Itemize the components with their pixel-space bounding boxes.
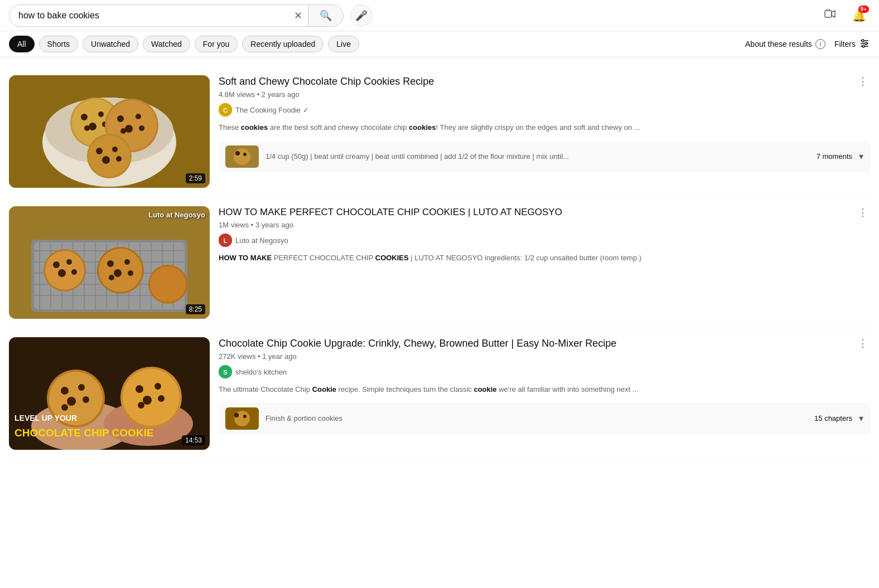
- svg-point-31: [102, 156, 110, 164]
- svg-point-65: [71, 269, 77, 275]
- filter-bar: All Shorts Unwatched Watched For you Rec…: [0, 31, 879, 57]
- svg-point-28: [89, 135, 130, 177]
- filter-chip-watched[interactable]: Watched: [143, 36, 190, 52]
- svg-point-88: [123, 369, 180, 426]
- channel-row: L Luto at Negosyo: [219, 234, 870, 247]
- svg-point-8: [865, 42, 867, 45]
- search-clear-button[interactable]: ✕: [288, 9, 308, 22]
- svg-point-62: [53, 261, 60, 268]
- svg-point-61: [45, 251, 84, 290]
- svg-point-101: [243, 415, 247, 418]
- svg-point-16: [98, 111, 104, 117]
- svg-marker-1: [832, 11, 835, 17]
- create-button[interactable]: [819, 4, 841, 27]
- svg-point-89: [136, 385, 143, 393]
- svg-point-90: [154, 383, 161, 390]
- chapters-text: Finish & portion cookies: [265, 414, 808, 422]
- channel-avatar: C: [219, 103, 232, 116]
- video-title-row: HOW TO MAKE PERFECT CHOCOLATE CHIP COOKI…: [219, 206, 870, 218]
- svg-point-93: [138, 402, 144, 409]
- result-item: Luto at Negosyo 8:25 HOW TO MAKE PERFECT…: [9, 197, 870, 328]
- svg-point-7: [862, 40, 864, 42]
- video-meta: 4.8M views • 2 years ago: [219, 90, 870, 99]
- video-description: HOW TO MAKE PERFECT CHOCOLATE CHIP COOKI…: [219, 252, 870, 264]
- filter-chip-shorts[interactable]: Shorts: [39, 36, 78, 52]
- moments-text: 1/4 cup (50g) | beat until creamy | beat…: [265, 152, 810, 161]
- moments-panel[interactable]: 1/4 cup (50g) | beat until creamy | beat…: [219, 141, 870, 172]
- video-duration: 2:59: [186, 173, 205, 183]
- video-info: Chocolate Chip Cookie Upgrade: Crinkly, …: [219, 337, 870, 450]
- svg-point-17: [89, 123, 96, 130]
- svg-point-32: [116, 156, 122, 162]
- video-thumbnail[interactable]: LEVEL UP YOUR CHOCOLATE CHIP COOKIE 14:5…: [9, 337, 210, 450]
- svg-point-26: [120, 128, 126, 134]
- svg-text:LEVEL UP YOUR: LEVEL UP YOUR: [15, 414, 77, 422]
- svg-point-84: [67, 397, 76, 406]
- video-thumbnail[interactable]: Luto at Negosyo 8:25: [9, 206, 210, 319]
- chapters-thumbnail: [225, 407, 259, 430]
- svg-text:L: L: [224, 237, 228, 244]
- svg-point-64: [58, 269, 66, 277]
- svg-point-24: [125, 125, 133, 133]
- video-title[interactable]: Soft and Chewy Chocolate Chip Cookies Re…: [219, 75, 856, 88]
- about-results-label: About these results: [745, 40, 812, 48]
- notifications-button[interactable]: 🔔 9+: [848, 4, 870, 27]
- video-title[interactable]: Chocolate Chip Cookie Upgrade: Crinkly, …: [219, 337, 856, 350]
- filter-chip-for-you[interactable]: For you: [195, 36, 238, 52]
- info-icon: i: [815, 39, 825, 49]
- svg-point-69: [124, 259, 130, 265]
- video-title[interactable]: HOW TO MAKE PERFECT CHOCOLATE CHIP COOKI…: [219, 206, 856, 218]
- svg-point-25: [139, 125, 144, 131]
- channel-row: S sheldo's kitchen: [219, 365, 870, 378]
- channel-avatar: L: [219, 234, 232, 247]
- moments-thumbnail: [225, 145, 259, 168]
- channel-name[interactable]: Luto at Negosyo: [235, 236, 288, 245]
- more-options-button[interactable]: ⋮: [856, 337, 870, 349]
- video-thumbnail[interactable]: 2:59: [9, 75, 210, 188]
- voice-search-button[interactable]: 🎤: [350, 4, 373, 27]
- more-options-button[interactable]: ⋮: [856, 206, 870, 218]
- video-description: These cookies are the best soft and chew…: [219, 122, 870, 133]
- svg-point-82: [61, 387, 69, 395]
- filter-chip-all[interactable]: All: [9, 36, 35, 52]
- chapters-panel[interactable]: Finish & portion cookies 15 chapters ▾: [219, 403, 870, 434]
- search-submit-button[interactable]: 🔍: [308, 5, 343, 26]
- filter-chip-unwatched[interactable]: Unwatched: [83, 36, 138, 52]
- svg-point-85: [83, 396, 89, 403]
- svg-point-29: [96, 148, 103, 154]
- svg-point-36: [234, 148, 250, 165]
- verified-icon: ✓: [303, 106, 309, 114]
- channel-name[interactable]: The Cooking Foodie ✓: [235, 106, 309, 114]
- svg-point-91: [143, 396, 152, 405]
- chevron-down-icon: ▾: [859, 413, 863, 424]
- create-icon: [823, 7, 837, 23]
- channel-label-overlay: Luto at Negosyo: [148, 211, 205, 219]
- result-item: 2:59 Soft and Chewy Chocolate Chip Cooki…: [9, 66, 870, 197]
- results-container: 2:59 Soft and Chewy Chocolate Chip Cooki…: [0, 57, 879, 468]
- svg-point-74: [150, 266, 186, 302]
- svg-point-70: [114, 269, 122, 277]
- svg-point-22: [117, 115, 124, 122]
- more-options-button[interactable]: ⋮: [856, 75, 870, 88]
- channel-name[interactable]: sheldo's kitchen: [235, 368, 287, 376]
- svg-point-72: [109, 275, 114, 280]
- filter-chip-live[interactable]: Live: [328, 36, 359, 52]
- svg-point-38: [243, 153, 247, 156]
- svg-point-30: [112, 147, 118, 152]
- svg-point-67: [99, 249, 142, 292]
- filter-chip-recently-uploaded[interactable]: Recently uploaded: [242, 36, 323, 52]
- svg-rect-0: [825, 11, 832, 17]
- channel-row: C The Cooking Foodie ✓: [219, 103, 870, 116]
- search-bar: ✕ 🔍: [9, 4, 344, 27]
- svg-text:C: C: [223, 107, 228, 114]
- about-results[interactable]: About these results i: [745, 39, 825, 49]
- chevron-down-icon: ▾: [859, 151, 863, 162]
- search-icon: 🔍: [320, 9, 332, 22]
- search-input[interactable]: [9, 11, 288, 21]
- video-title-row: Chocolate Chip Cookie Upgrade: Crinkly, …: [219, 337, 870, 350]
- svg-point-71: [128, 270, 133, 276]
- video-title-row: Soft and Chewy Chocolate Chip Cookies Re…: [219, 75, 870, 88]
- filters-button[interactable]: Filters: [834, 38, 870, 51]
- moments-count: 7 moments: [817, 152, 852, 161]
- svg-point-63: [66, 259, 72, 265]
